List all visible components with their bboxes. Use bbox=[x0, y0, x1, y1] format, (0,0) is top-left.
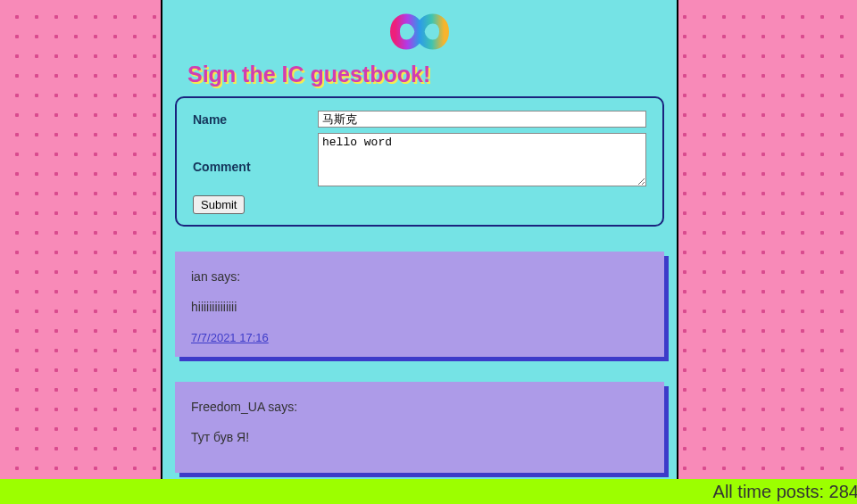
comment-label: Comment bbox=[193, 133, 318, 174]
main-panel: Sign the IC guestbook! Name Comment Subm… bbox=[161, 0, 678, 504]
page-title: Sign the IC guestbook! bbox=[187, 62, 664, 87]
post-body: Тут був Я! bbox=[191, 430, 648, 444]
post-timestamp[interactable]: 7/7/2021 17:16 bbox=[191, 331, 269, 344]
comment-input[interactable] bbox=[318, 133, 646, 186]
footer-bar: All time posts: 284 bbox=[0, 479, 857, 504]
post-author: ian says: bbox=[191, 269, 648, 284]
post-count: All time posts: 284 bbox=[713, 482, 857, 502]
guestbook-form: Name Comment Submit bbox=[175, 96, 664, 227]
post-card: ian says: hiiiiiiiiiiiiii 7/7/2021 17:16 bbox=[175, 252, 664, 357]
post-card: Freedom_UA says: Тут був Я! bbox=[175, 382, 664, 473]
post-author: Freedom_UA says: bbox=[191, 400, 648, 414]
post-body: hiiiiiiiiiiiiii bbox=[191, 300, 648, 314]
name-input[interactable] bbox=[318, 111, 646, 128]
infinity-logo bbox=[175, 0, 664, 60]
submit-button[interactable]: Submit bbox=[193, 195, 245, 214]
name-label: Name bbox=[193, 111, 318, 127]
